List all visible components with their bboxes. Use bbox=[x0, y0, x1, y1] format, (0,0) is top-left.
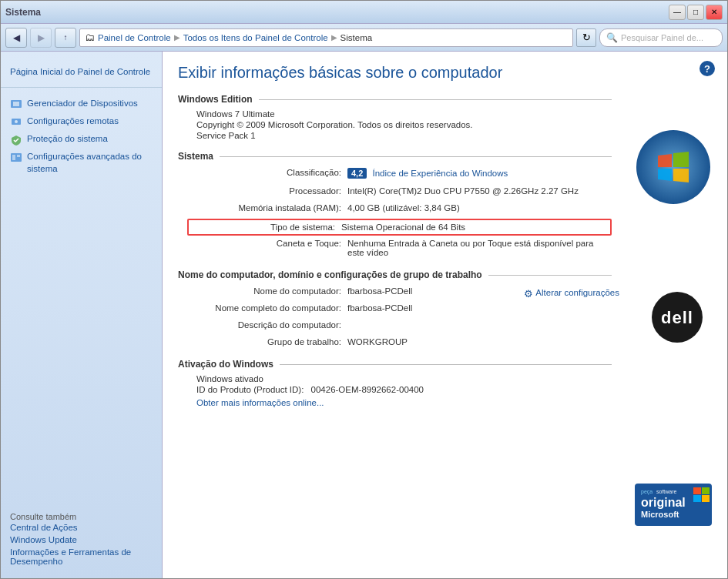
processador-value: Intel(R) Core(TM)2 Duo CPU P7550 @ 2.26G… bbox=[347, 185, 612, 197]
svg-rect-1 bbox=[13, 102, 19, 106]
breadcrumb-current: Sistema bbox=[341, 33, 373, 42]
win-edition-name: Windows 7 Ultimate bbox=[178, 109, 612, 119]
sidebar-item-device-manager[interactable]: Gerenciador de Dispositivos bbox=[1, 95, 162, 113]
nome-completo-row: Nome completo do computador: fbarbosa-PC… bbox=[178, 302, 612, 314]
sidebar-item-advanced-settings-label: Configurações avançadas do sistema bbox=[27, 151, 153, 175]
nome-completo-label: Nome completo do computador: bbox=[187, 302, 341, 314]
sidebar-item-remote-settings[interactable]: Configurações remotas bbox=[1, 113, 162, 131]
alterar-configuracoes-label: Alterar configurações bbox=[535, 288, 619, 297]
tipo-sistema-label: Tipo de sistema: bbox=[190, 221, 335, 233]
sidebar-item-system-protection-label: Proteção do sistema bbox=[27, 133, 108, 146]
product-id-label: ID do Produto (Product ID): bbox=[196, 385, 304, 394]
windows-logo bbox=[635, 129, 712, 206]
classificacao-row: Classificação: 4,2 Índice de Experiência… bbox=[178, 166, 612, 180]
address-bar: ◀ ▶ ↑ 🗂 Painel de Controle ▶ Todos os It… bbox=[1, 24, 727, 52]
more-info-row: Obter mais informações online... bbox=[178, 397, 612, 408]
more-info-link[interactable]: Obter mais informações online... bbox=[196, 398, 324, 407]
sidebar-also-desempenho[interactable]: Informações e Ferramentas de Desempenho bbox=[10, 546, 153, 567]
page-title: Exibir informações básicas sobre o compu… bbox=[178, 64, 612, 82]
sidebar-home-link[interactable]: Página Inicial do Painel de Controle bbox=[10, 67, 150, 76]
svg-text:Microsoft: Microsoft bbox=[641, 510, 679, 519]
sidebar-item-remote-settings-label: Configurações remotas bbox=[27, 115, 119, 128]
grupo-trabalho-value: WORKGROUP bbox=[347, 336, 612, 348]
memoria-value: 4,00 GB (utilizável: 3,84 GB) bbox=[347, 202, 612, 214]
sidebar-item-system-protection[interactable]: Proteção do sistema bbox=[1, 131, 162, 149]
svg-rect-6 bbox=[17, 155, 20, 157]
microsoft-logo: peça software original Microsoft bbox=[635, 484, 712, 526]
sidebar-nav-section: Gerenciador de Dispositivos Configuraçõe… bbox=[1, 94, 162, 183]
window-title: Sistema bbox=[5, 7, 41, 18]
sidebar: Página Inicial do Painel de Controle Ger… bbox=[1, 52, 163, 578]
win-sp: Service Pack 1 bbox=[178, 131, 612, 140]
search-placeholder: Pesquisar Painel de... bbox=[621, 33, 703, 42]
computador-title: Nome do computador, domínio e configuraç… bbox=[178, 269, 612, 280]
help-button[interactable]: ? bbox=[699, 61, 715, 76]
remote-settings-icon bbox=[10, 116, 22, 129]
svg-text:original: original bbox=[641, 496, 686, 509]
forward-button[interactable]: ▶ bbox=[30, 28, 52, 48]
windows-edition-title: Windows Edition bbox=[178, 94, 612, 105]
product-id-value: 00426-OEM-8992662-00400 bbox=[311, 385, 424, 394]
tipo-sistema-highlight: Tipo de sistema: Sistema Operacional de … bbox=[187, 219, 612, 236]
title-bar: Sistema — □ ✕ bbox=[1, 1, 727, 24]
sidebar-item-device-manager-label: Gerenciador de Dispositivos bbox=[27, 98, 138, 110]
tipo-sistema-row-wrapper: Tipo de sistema: Sistema Operacional de … bbox=[178, 219, 612, 236]
svg-text:peça: peça bbox=[641, 489, 653, 495]
alterar-configuracoes-link[interactable]: ⚙ Alterar configurações bbox=[524, 288, 619, 300]
nome-computador-label: Nome do computador: bbox=[187, 285, 341, 297]
maximize-button[interactable]: □ bbox=[687, 5, 704, 20]
svg-rect-18 bbox=[702, 495, 710, 502]
svg-rect-15 bbox=[693, 487, 701, 494]
ativacao-title: Ativação do Windows bbox=[178, 359, 612, 370]
advanced-settings-icon bbox=[10, 152, 22, 164]
breadcrumb-sep-2: ▶ bbox=[331, 33, 337, 42]
content-area: ? bbox=[163, 52, 727, 578]
sidebar-item-advanced-settings[interactable]: Configurações avançadas do sistema bbox=[1, 149, 162, 177]
ativacao-section: Ativação do Windows Windows ativado ID d… bbox=[178, 359, 612, 408]
search-bar[interactable]: 🔍 Pesquisar Painel de... bbox=[599, 28, 723, 47]
computador-section: Nome do computador, domínio e configuraç… bbox=[178, 269, 612, 348]
caneta-value: Nenhuma Entrada à Caneta ou por Toque es… bbox=[347, 237, 612, 259]
content-sections: Exibir informações básicas sobre o compu… bbox=[178, 64, 712, 408]
title-bar-left: Sistema bbox=[5, 7, 41, 18]
system-protection-icon bbox=[10, 134, 22, 146]
svg-rect-17 bbox=[693, 495, 701, 502]
caneta-row: Caneta e Toque: Nenhuma Entrada à Caneta… bbox=[178, 237, 612, 259]
processador-label: Processador: bbox=[187, 185, 341, 197]
search-icon: 🔍 bbox=[606, 32, 618, 43]
caneta-label: Caneta e Toque: bbox=[187, 237, 341, 259]
close-button[interactable]: ✕ bbox=[706, 5, 723, 20]
svg-point-3 bbox=[15, 120, 18, 123]
svg-rect-16 bbox=[702, 487, 710, 494]
dell-logo: dell bbox=[642, 290, 712, 344]
window: Sistema — □ ✕ ◀ ▶ ↑ 🗂 Painel de Controle… bbox=[0, 0, 728, 579]
back-button[interactable]: ◀ bbox=[5, 28, 27, 48]
tipo-sistema-value: Sistema Operacional de 64 Bits bbox=[341, 221, 609, 233]
experience-index-link[interactable]: Índice de Experiência do Windows bbox=[373, 169, 508, 178]
svg-rect-5 bbox=[12, 155, 15, 160]
grupo-trabalho-label: Grupo de trabalho: bbox=[187, 336, 341, 348]
main-area: Página Inicial do Painel de Controle Ger… bbox=[1, 52, 727, 578]
classificacao-value: 4,2 Índice de Experiência do Windows bbox=[347, 166, 612, 180]
svg-text:software: software bbox=[656, 489, 677, 494]
sidebar-also-central-acoes[interactable]: Central de Ações bbox=[10, 521, 153, 534]
up-button[interactable]: ↑ bbox=[55, 28, 76, 48]
minimize-button[interactable]: — bbox=[669, 5, 686, 20]
sidebar-also-title: Consulte também bbox=[10, 512, 153, 521]
windows-activated: Windows ativado bbox=[178, 374, 612, 383]
processador-row: Processador: Intel(R) Core(TM)2 Duo CPU … bbox=[178, 185, 612, 197]
nome-completo-value: fbarbosa-PCDell bbox=[347, 302, 612, 314]
svg-text:dell: dell bbox=[661, 308, 693, 327]
refresh-button[interactable]: ↻ bbox=[576, 28, 596, 47]
breadcrumb-control-panel[interactable]: Painel de Controle bbox=[98, 33, 171, 42]
sistema-title: Sistema bbox=[178, 151, 612, 162]
sistema-section: Sistema Classificação: 4,2 Índice de Exp… bbox=[178, 151, 612, 259]
breadcrumb-all-items[interactable]: Todos os Itens do Painel de Controle bbox=[183, 33, 328, 42]
sidebar-also-windows-update[interactable]: Windows Update bbox=[10, 534, 153, 546]
descricao-value bbox=[347, 319, 612, 331]
grupo-trabalho-row: Grupo de trabalho: WORKGROUP bbox=[178, 336, 612, 348]
folder-icon: 🗂 bbox=[85, 32, 95, 43]
rating-badge: 4,2 bbox=[347, 168, 367, 179]
window-controls: — □ ✕ bbox=[669, 5, 723, 20]
breadcrumb-sep-1: ▶ bbox=[174, 33, 180, 42]
